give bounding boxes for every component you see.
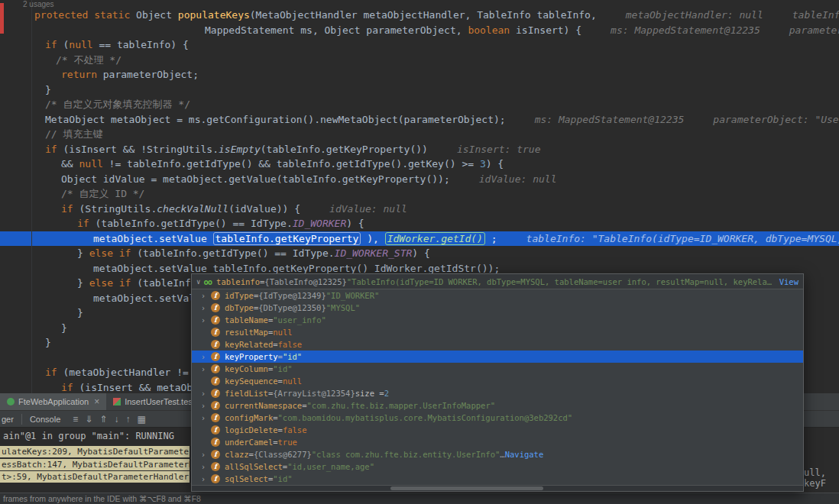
- variable-row-allSqlSelect[interactable]: ›fallSqlSelect = "id,user_name,age": [192, 460, 803, 473]
- code-line[interactable]: metaObject.setValue tableInfo.getKeyProp…: [0, 231, 839, 247]
- variable-value: false: [283, 425, 307, 435]
- debugger-tab-label[interactable]: ger: [2, 415, 14, 424]
- expand-chevron-icon[interactable]: ›: [201, 402, 211, 410]
- code-line[interactable]: /* 不处理 */: [0, 53, 839, 68]
- variable-row-keySequence[interactable]: fkeySequence = null: [192, 375, 803, 387]
- scroll-to-bottom-icon[interactable]: ⇓: [85, 414, 92, 425]
- code-token: ) {: [346, 218, 364, 229]
- code-token: IdWorker.getId(): [385, 232, 485, 245]
- navigate-link[interactable]: Navigate: [505, 450, 544, 459]
- code-line[interactable]: // 填充主键: [0, 127, 839, 142]
- code-token: /* 不处理 */: [56, 54, 121, 66]
- code-line[interactable]: if (StringUtils.checkValNull(idValue)) {…: [0, 202, 839, 217]
- step-down-icon[interactable]: ↓: [114, 414, 118, 425]
- variable-row-configMark[interactable]: ›fconfigMark = "com.baomidou.mybatisplus…: [192, 412, 803, 424]
- code-token: &&: [61, 158, 79, 170]
- view-options-icon[interactable]: ≡: [73, 414, 78, 425]
- expand-chevron-icon[interactable]: ›: [201, 365, 211, 373]
- code-line[interactable]: && null != tableInfo.getIdType() && tabl…: [0, 157, 839, 172]
- variable-row-keyRelated[interactable]: fkeyRelated = false: [192, 338, 803, 351]
- expand-chevron-icon[interactable]: ›: [201, 304, 211, 312]
- code-line[interactable]: return parameterObject;: [0, 67, 839, 82]
- watch-icon: oo: [203, 277, 212, 286]
- code-line[interactable]: MappedStatement ms, Object parameterObje…: [0, 23, 839, 38]
- variable-value: true: [278, 438, 297, 447]
- field-icon: f: [211, 389, 220, 398]
- popup-header-row[interactable]: ∨ oo tableinfo = {TableInfo@12325} "Tabl…: [192, 274, 803, 289]
- code-token: ID_WORKER_STR: [335, 247, 413, 259]
- expand-chevron-icon[interactable]: ›: [201, 316, 211, 325]
- code-token: (tableInfo.getIdType() == IdType.: [137, 247, 334, 259]
- variable-row-clazz[interactable]: ›fclazz = {Class@6277} "class com.zhu.ft…: [192, 448, 803, 460]
- stack-frame-row[interactable]: t>:59, MybatisDefaultParameterHandler (c…: [0, 471, 190, 483]
- variable-row-tableName[interactable]: ›ftableName = "user_info": [192, 314, 803, 326]
- view-link[interactable]: View: [779, 277, 799, 286]
- breakpoint-marker[interactable]: [0, 3, 4, 34]
- variable-name: currentNamespace: [225, 401, 302, 410]
- usages-hint[interactable]: 2 usages: [23, 0, 54, 8]
- debugger-inline-hint: ms: MappedStatement@12235: [535, 114, 685, 125]
- code-token: parameterObject;: [103, 69, 199, 80]
- variable-name: keySequence: [225, 376, 278, 386]
- variable-row-idType[interactable]: ›fidType = {IdType@12349} "ID_WORKER": [192, 289, 803, 302]
- field-icon: f: [211, 340, 220, 349]
- variable-row-keyColumn[interactable]: ›fkeyColumn = "id": [192, 363, 803, 375]
- code-token: (MetaObjectHandler metaObjectHandler, Ta…: [250, 9, 597, 21]
- scroll-to-top-icon[interactable]: ⇑: [99, 414, 107, 425]
- expand-chevron-icon[interactable]: ›: [201, 451, 211, 459]
- debugger-inline-hint: parameterObject: "UserInfo(id=null, user…: [713, 114, 839, 125]
- variable-row-underCamel[interactable]: funderCamel = true: [192, 436, 803, 448]
- popup-horizontal-scrollbar[interactable]: [192, 485, 803, 491]
- background-text-fragment: ull, keyF: [804, 467, 839, 489]
- variable-value: null: [283, 376, 302, 386]
- code-token: }: [45, 337, 51, 348]
- code-line[interactable]: if (null == tableInfo) {: [0, 37, 839, 53]
- debugger-inline-hint: ms: MappedStatement@12235: [611, 24, 760, 36]
- code-token: boolean: [468, 24, 510, 36]
- variable-row-dbType[interactable]: ›fdbType = {DbType@12350} "MYSQL": [192, 302, 803, 314]
- code-token: ),: [361, 233, 384, 244]
- code-token: protected static: [34, 9, 136, 21]
- console-tab-label[interactable]: Console: [30, 415, 60, 424]
- popup-variable-list: ›fidType = {IdType@12349} "ID_WORKER"›fd…: [192, 289, 803, 485]
- tab-label: InsertUserTest.test: [125, 397, 195, 406]
- code-line[interactable]: /* 自定义 ID */: [0, 186, 839, 202]
- expand-chevron-icon[interactable]: ›: [201, 389, 211, 398]
- collapse-chevron-icon[interactable]: ∨: [196, 278, 200, 286]
- code-line[interactable]: /* 自定义元对象填充控制器 */: [0, 97, 839, 112]
- stack-frame-row[interactable]: ulateKeys:209, MybatisDefaultParameterHa…: [0, 446, 190, 457]
- code-line[interactable]: protected static Object populateKeys(Met…: [0, 8, 839, 23]
- expand-chevron-icon[interactable]: ›: [201, 463, 211, 471]
- step-up-icon[interactable]: ↑: [125, 414, 130, 425]
- code-token: }: [77, 277, 89, 289]
- clear-all-icon[interactable]: ▦: [137, 414, 145, 425]
- code-token: == tableInfo) {: [93, 39, 189, 50]
- variable-row-currentNamespace[interactable]: ›fcurrentNamespace = "com.zhu.fte.biz.ma…: [192, 399, 803, 412]
- expand-chevron-icon[interactable]: ›: [201, 292, 211, 300]
- code-line[interactable]: if (isInsert && !StringUtils.isEmpty(tab…: [0, 142, 839, 157]
- code-line[interactable]: Object idValue = metaObject.getValue(tab…: [0, 172, 839, 187]
- variable-row-resultMap[interactable]: fresultMap = null: [192, 326, 803, 338]
- variable-row-logicDelete[interactable]: flogicDelete = false: [192, 424, 803, 436]
- debugger-inspect-popup[interactable]: ∨ oo tableinfo = {TableInfo@12325} "Tabl…: [191, 273, 804, 492]
- stack-frame-row[interactable]: essBatch:147, MybatisDefaultParameterHan…: [0, 459, 190, 470]
- expand-chevron-icon[interactable]: ›: [201, 475, 211, 483]
- variable-row-keyProperty[interactable]: ›fkeyProperty = "id": [192, 351, 803, 363]
- tab-ftewebapplication[interactable]: FteWebApplication ×: [0, 393, 106, 410]
- expand-chevron-icon[interactable]: ›: [201, 414, 211, 422]
- code-token: else if: [89, 247, 138, 259]
- code-line[interactable]: }: [0, 82, 839, 98]
- variable-value: {ArrayList@12354}: [273, 389, 355, 398]
- variable-row-sqlSelect[interactable]: ›fsqlSelect = "id": [192, 473, 803, 485]
- tab-insertusertest[interactable]: InsertUserTest.test: [106, 393, 202, 410]
- close-icon[interactable]: ×: [94, 396, 99, 407]
- variable-value: {Class@6277}: [254, 450, 312, 459]
- variable-row-fieldList[interactable]: ›ffieldList = {ArrayList@12354} size = 2: [192, 387, 803, 399]
- variable-value: false: [278, 340, 303, 349]
- code-line[interactable]: } else if (tableInfo.getIdType() == IdTy…: [0, 246, 839, 261]
- code-line[interactable]: MetaObject metaObject = ms.getConfigurat…: [0, 112, 839, 128]
- variable-name: keyProperty: [225, 352, 278, 361]
- scrollbar-thumb[interactable]: [390, 486, 543, 490]
- code-line[interactable]: if (tableInfo.getIdType() == IdType.ID_W…: [0, 216, 839, 231]
- expand-chevron-icon[interactable]: ›: [201, 353, 211, 361]
